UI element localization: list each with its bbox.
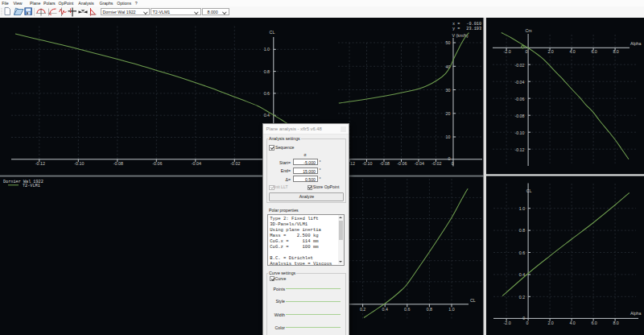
svg-text:4.0: 4.0 — [569, 321, 575, 325]
svg-text:y =: y = — [452, 27, 460, 31]
svg-text:-0.12: -0.12 — [514, 147, 524, 152]
svg-text:-0.02: -0.02 — [230, 161, 240, 166]
svg-text:-0.10: -0.10 — [514, 130, 524, 135]
svg-text:x =: x = — [452, 22, 460, 27]
svg-text:-0.04: -0.04 — [192, 161, 201, 166]
svg-text:0: 0 — [452, 161, 454, 166]
svg-text:-0.10: -0.10 — [74, 161, 84, 166]
svg-text:0.4: 0.4 — [382, 307, 388, 312]
svg-text:0.2: 0.2 — [360, 307, 365, 312]
svg-text:-0.02: -0.02 — [514, 63, 524, 68]
svg-text:8.0: 8.0 — [613, 49, 618, 54]
svg-text:Alpha: Alpha — [630, 41, 642, 46]
svg-text:-0.10: -0.10 — [362, 161, 372, 166]
svg-text:-0.08: -0.08 — [114, 161, 123, 166]
svg-text:Alpha: Alpha — [630, 311, 642, 316]
svg-text:6.0: 6.0 — [591, 49, 597, 54]
svg-text:-0.06: -0.06 — [514, 97, 524, 101]
svg-text:-0.12: -0.12 — [35, 161, 45, 166]
svg-text:0.6: 0.6 — [519, 250, 525, 255]
svg-text:0: 0 — [448, 156, 451, 161]
svg-text:CL: CL — [526, 188, 532, 193]
svg-text:-0.08: -0.08 — [380, 161, 390, 166]
svg-text:0.8: 0.8 — [427, 307, 432, 312]
svg-text:Cm: Cm — [525, 28, 532, 33]
svg-text:-0.04: -0.04 — [415, 161, 424, 166]
svg-text:50: 50 — [446, 40, 451, 45]
svg-text:-0.04: -0.04 — [514, 80, 524, 85]
svg-text:30: 30 — [446, 88, 451, 93]
svg-text:-2.0: -2.0 — [504, 321, 511, 325]
svg-text:T2-VLM1: T2-VLM1 — [23, 184, 40, 188]
svg-text:-0.06: -0.06 — [397, 161, 407, 166]
svg-text:CL: CL — [470, 298, 476, 303]
svg-text:4.0: 4.0 — [569, 49, 575, 54]
svg-text:0: 0 — [522, 316, 525, 321]
svg-text:0: 0 — [526, 321, 529, 325]
svg-text:0.2: 0.2 — [519, 295, 525, 300]
svg-text:1.0: 1.0 — [448, 307, 454, 312]
svg-text:0.4: 0.4 — [264, 113, 270, 118]
svg-text:1.0: 1.0 — [264, 47, 270, 52]
svg-text:8.0: 8.0 — [613, 321, 618, 325]
svg-text:0.8: 0.8 — [264, 69, 270, 74]
svg-text:-2.0: -2.0 — [504, 49, 511, 54]
svg-text:0.8: 0.8 — [519, 228, 525, 233]
svg-text:-0.08: -0.08 — [514, 114, 524, 118]
svg-text:0: 0 — [526, 49, 528, 54]
svg-text:-0.06: -0.06 — [152, 161, 162, 166]
svg-text:1.0: 1.0 — [519, 206, 525, 211]
svg-text:23.193: 23.193 — [466, 27, 481, 31]
svg-text:CL: CL — [270, 30, 275, 35]
svg-text:2.0: 2.0 — [547, 49, 553, 54]
svg-text:0.6: 0.6 — [264, 91, 270, 96]
svg-text:-0.010: -0.010 — [466, 22, 481, 27]
svg-text:10: 10 — [446, 134, 451, 139]
svg-text:2.0: 2.0 — [547, 321, 553, 325]
svg-text:0.6: 0.6 — [404, 307, 410, 312]
svg-text:-0.02: -0.02 — [431, 161, 441, 166]
svg-text:6.0: 6.0 — [591, 321, 597, 325]
svg-text:20: 20 — [446, 111, 451, 116]
